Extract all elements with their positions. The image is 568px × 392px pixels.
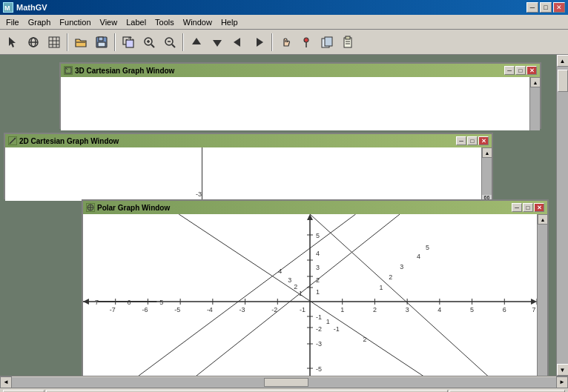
svg-text:-1: -1 [316,313,322,321]
main-scrollbar-vertical: ▲ ▼ [556,55,568,376]
scroll-up-button[interactable]: ▲ [557,55,569,67]
3d-window-title: 3D Cartesian Graph Window [75,67,174,75]
svg-line-38 [10,138,16,144]
pan-up-button[interactable] [187,33,206,52]
menu-window[interactable]: Window [179,16,217,28]
polar-window-content: -7 -6 -5 -4 -3 -2 -1 1 2 3 4 5 6 [83,214,537,376]
svg-text:2: 2 [294,283,297,290]
pan-left-button[interactable] [228,33,248,52]
svg-text:M: M [4,4,10,12]
svg-rect-33 [346,36,350,39]
2d-maximize-btn[interactable]: □ [467,136,478,145]
toolbar-sep-3 [182,33,184,51]
3d-scroll-up[interactable]: ▲ [530,77,541,87]
svg-text:-5: -5 [316,365,322,373]
zoom-status: Zoom: 35 [3,390,44,393]
3d-window-title-bar[interactable]: 3D Cartesian Graph Window ─ □ ✕ [61,64,540,77]
maximize-button[interactable]: □ [540,2,552,13]
3d-minimize-btn[interactable]: ─ [504,66,515,75]
menu-graph[interactable]: Graph [24,16,56,28]
polar-graph-svg: -7 -6 -5 -4 -3 -2 -1 1 2 3 4 5 6 [83,214,537,376]
copy-graph-button[interactable] [317,33,337,52]
scroll-down-button[interactable]: ▼ [557,364,569,376]
app-icon: M [3,2,13,13]
pointer-tool-button[interactable] [3,33,22,52]
svg-text:-7: -7 [110,306,116,313]
2d-window-title: 2D Cartesian Graph Window [19,137,119,145]
polar-scroll-up[interactable]: ▲ [538,214,548,225]
menu-view[interactable]: View [96,16,122,28]
save-tool-button[interactable] [92,33,111,52]
svg-text:5: 5 [316,232,320,239]
content-area: 3D Cartesian Graph Window ─ □ ✕ ▲ [0,55,556,376]
2d-window-icon [8,136,17,145]
svg-text:4: 4 [417,253,420,260]
polar-close-btn[interactable]: ✕ [534,203,544,212]
2d-close-btn[interactable]: ✕ [478,136,489,145]
zoom-out-button[interactable] [160,33,179,52]
polar-minimize-btn[interactable]: ─ [512,203,522,212]
svg-rect-10 [99,37,103,41]
svg-rect-4 [49,37,59,47]
3d-close-btn[interactable]: ✕ [526,66,537,75]
status-bar: Zoom: 35 Center R:0 T:0d Mouse R:3,02331… [0,388,568,392]
2d-axis-label: -3 [196,190,202,198]
polar-window-icon [86,203,95,212]
svg-line-105 [179,214,444,376]
3d-window-content [61,77,529,130]
menu-help[interactable]: Help [217,16,242,28]
polar-window-title: Polar Graph Window [97,204,170,212]
scroll-right-button[interactable]: ► [556,376,568,388]
polar-window-title-bar[interactable]: Polar Graph Window ─ □ ✕ [83,201,547,214]
svg-marker-26 [257,38,263,47]
paste-tool-button[interactable] [338,33,357,52]
svg-text:5: 5 [159,299,163,306]
svg-text:-4: -4 [207,306,213,313]
svg-text:1: 1 [340,306,344,313]
app-title: MathGV [16,3,47,12]
svg-text:-6: -6 [142,306,148,313]
svg-text:5: 5 [426,244,429,251]
h-scrollbar-thumb[interactable] [264,378,308,387]
pan-right-button[interactable] [249,33,268,52]
mouse-status: Mouse R:3,02331 T:329,31483d [449,390,565,393]
pan-down-button[interactable] [208,33,227,52]
svg-text:1: 1 [326,318,330,325]
svg-text:6: 6 [503,306,506,313]
polar-maximize-btn[interactable]: □ [523,203,533,212]
close-button[interactable]: ✕ [553,2,565,13]
2d-cartesian-window: 2D Cartesian Graph Window ─ □ ✕ -3 ▲ [4,133,493,199]
toolbar-sep-4 [271,33,273,51]
svg-text:4: 4 [437,306,441,313]
open-tool-button[interactable] [71,33,90,52]
2d-window-content: -3 [5,147,481,201]
svg-text:4: 4 [316,250,320,257]
3d-maximize-btn[interactable]: □ [515,66,526,75]
svg-text:-2: -2 [316,325,322,333]
menu-label[interactable]: Label [122,16,151,28]
svg-rect-13 [126,40,133,47]
2d-scroll-up[interactable]: ▲ [482,147,492,158]
hand-tool-button[interactable] [276,33,295,52]
menu-function[interactable]: Function [55,16,95,28]
svg-line-107 [310,214,503,376]
svg-point-28 [304,38,308,42]
minimize-button[interactable]: ─ [526,2,538,13]
menu-tools[interactable]: Tools [151,16,179,28]
svg-marker-25 [234,38,240,47]
2d-window-title-bar[interactable]: 2D Cartesian Graph Window ─ □ ✕ [5,134,492,147]
zoom-in-button[interactable] [139,33,159,52]
scrollbar-track[interactable] [557,67,568,364]
pin-tool-button[interactable] [297,33,316,52]
zoom-window-button[interactable] [119,33,138,52]
2d-minimize-btn[interactable]: ─ [456,136,466,145]
wave-tool-button[interactable] [24,33,43,52]
svg-text:5: 5 [470,306,474,313]
h-scrollbar-track[interactable] [12,377,556,388]
scrollbar-thumb[interactable] [558,70,568,92]
scroll-left-button[interactable]: ◄ [0,376,12,388]
grid-tool-button[interactable] [44,33,64,52]
svg-marker-24 [213,40,222,47]
menu-file[interactable]: File [1,16,24,28]
svg-text:2: 2 [373,306,377,313]
